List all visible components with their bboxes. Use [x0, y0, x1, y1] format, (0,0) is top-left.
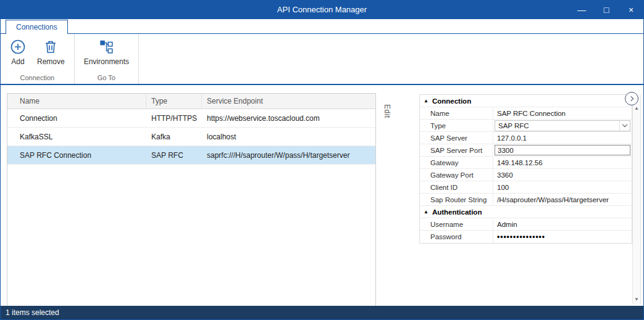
group-label: Authentication: [432, 208, 482, 216]
title-bar: API Connection Manager — □ ×: [1, 1, 643, 19]
property-label: Name: [420, 107, 493, 119]
chevron-right-icon: [629, 96, 634, 101]
group-label: Connection: [432, 97, 471, 105]
scroll-up-icon[interactable]: ▲: [633, 105, 640, 111]
property-value[interactable]: 127.0.0.1: [493, 132, 632, 144]
cell-name: Connection: [7, 114, 146, 123]
property-value[interactable]: 149.148.12.56: [493, 157, 632, 168]
type-dropdown[interactable]: SAP RFC: [495, 120, 630, 131]
property-row-gateway-port: Gateway Port 3360: [420, 169, 632, 181]
environments-icon: [98, 39, 114, 55]
group-expander-icon: ▲: [424, 210, 429, 215]
property-label: Client ID: [420, 181, 493, 193]
window-title: API Connection Manager: [1, 1, 643, 19]
property-row-client-id: Client ID 100: [420, 181, 632, 194]
environments-button[interactable]: Environments: [78, 36, 135, 67]
cell-type: Kafka: [146, 133, 202, 141]
password-value[interactable]: •••••••••••••••: [493, 231, 632, 243]
property-value[interactable]: 3360: [493, 169, 632, 181]
property-row-sap-router-string: Sap Router String /H/saprouter/W/pass/H/…: [420, 194, 632, 206]
property-label: Username: [420, 218, 493, 230]
chevron-down-icon[interactable]: [619, 121, 630, 131]
property-label: Gateway Port: [420, 169, 493, 181]
property-value[interactable]: SAP RFC Connection: [493, 107, 632, 119]
window-controls: — □ ×: [577, 1, 636, 19]
ribbon-group-label-connection: Connection: [1, 74, 74, 84]
group-header-connection[interactable]: ▲ Connection: [420, 95, 632, 107]
cell-name: SAP RFC Connection: [7, 151, 146, 160]
property-label: Type: [420, 120, 493, 131]
property-value[interactable]: /H/saprouter/W/pass/H/targetserver: [493, 194, 632, 205]
property-value[interactable]: 100: [493, 181, 632, 193]
ribbon: Add Remove Connection: [1, 33, 643, 85]
property-label: Password: [420, 231, 493, 243]
property-label: SAP Server: [420, 132, 493, 144]
cell-endpoint: saprfc:///H/saprouter/W/pass/H/targetser…: [202, 151, 375, 160]
property-row-sap-server-port: SAP Server Port: [420, 144, 632, 157]
property-row-username: Username Admin: [420, 218, 632, 231]
add-button-label: Add: [11, 57, 24, 66]
minimize-button[interactable]: —: [577, 5, 587, 15]
status-text: 1 items selected: [6, 308, 59, 317]
table-header: Name Type Service Endpoint: [7, 94, 375, 109]
group-header-authentication[interactable]: ▲ Authentication: [420, 206, 632, 218]
property-value: [493, 144, 632, 156]
add-icon: [10, 39, 26, 55]
column-header-name[interactable]: Name: [7, 94, 146, 109]
trash-icon: [43, 39, 59, 55]
property-row-gateway: Gateway 149.148.12.56: [420, 157, 632, 169]
cell-name: KafkaSSL: [7, 133, 146, 141]
ribbon-group-label-goto: Go To: [75, 74, 138, 84]
sap-server-port-input[interactable]: [495, 145, 630, 155]
edit-tab[interactable]: Edit: [378, 96, 391, 126]
status-bar: 1 items selected: [1, 306, 643, 319]
property-label: Gateway: [420, 157, 493, 168]
table-row[interactable]: KafkaSSL Kafka localhost: [7, 128, 375, 146]
property-label: Sap Router String: [420, 194, 493, 205]
cell-endpoint: localhost: [202, 133, 375, 141]
maximize-button[interactable]: □: [601, 5, 611, 15]
remove-button-label: Remove: [37, 57, 65, 66]
expand-panel-button[interactable]: [625, 92, 638, 105]
cell-type: HTTP/HTTPS: [146, 114, 202, 123]
table-row[interactable]: Connection HTTP/HTTPS https://webservice…: [7, 109, 375, 128]
cell-endpoint: https://webservice.toscacloud.com: [202, 114, 375, 123]
property-label: SAP Server Port: [420, 144, 493, 156]
property-row-sap-server: SAP Server 127.0.0.1: [420, 132, 632, 144]
scroll-down-icon[interactable]: ▼: [633, 297, 640, 302]
group-expander-icon: ▲: [424, 99, 429, 104]
property-row-password: Password •••••••••••••••: [420, 231, 632, 243]
tab-connections[interactable]: Connections: [6, 20, 68, 34]
property-grid-scrollbar[interactable]: ▲ ▼: [632, 94, 641, 305]
property-row-type: Type SAP RFC: [420, 120, 632, 132]
property-value[interactable]: Admin: [493, 218, 632, 230]
column-header-endpoint[interactable]: Service Endpoint: [202, 94, 375, 109]
remove-button[interactable]: Remove: [31, 36, 70, 67]
table-row-selected[interactable]: SAP RFC Connection SAP RFC saprfc:///H/s…: [7, 146, 375, 165]
property-value: SAP RFC: [493, 120, 632, 131]
ribbon-group-goto: Environments Go To: [75, 34, 139, 84]
connections-table: Name Type Service Endpoint Connection HT…: [7, 93, 376, 307]
api-connection-manager-window: API Connection Manager — □ × Connections…: [0, 0, 644, 320]
type-dropdown-value: SAP RFC: [498, 122, 529, 129]
add-button[interactable]: Add: [4, 36, 31, 67]
environments-button-label: Environments: [84, 57, 129, 66]
property-row-name: Name SAP RFC Connection: [420, 107, 632, 120]
close-button[interactable]: ×: [626, 5, 636, 15]
property-grid: ▲ Connection Name SAP RFC Connection Typ…: [419, 94, 632, 244]
column-header-type[interactable]: Type: [146, 94, 202, 109]
ribbon-group-connection: Add Remove Connection: [1, 34, 75, 84]
cell-type: SAP RFC: [146, 151, 202, 160]
